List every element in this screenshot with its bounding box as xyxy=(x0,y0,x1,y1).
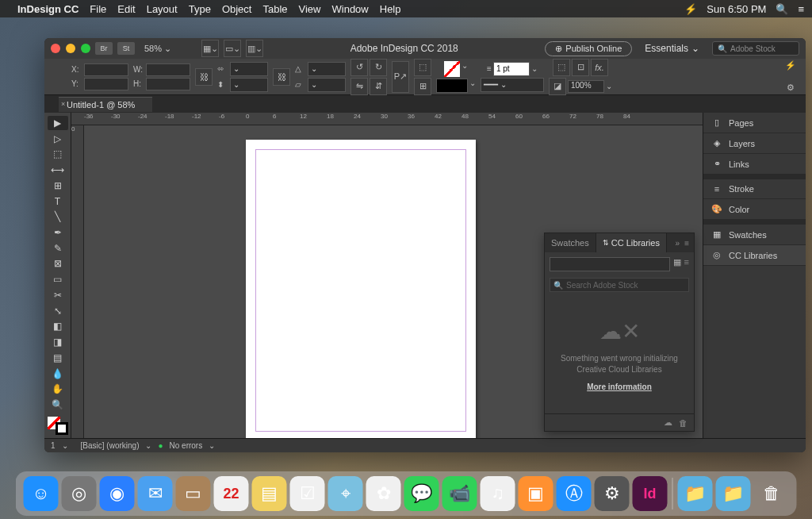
selection-tool[interactable]: ▶ xyxy=(48,116,68,130)
dock-ibooks[interactable]: ▣ xyxy=(519,476,553,511)
dock-folder1[interactable]: 📁 xyxy=(678,476,713,511)
gap-tool[interactable]: ⟷ xyxy=(48,163,68,177)
stock-button[interactable]: St xyxy=(117,42,135,55)
free-transform-tool[interactable]: ⤡ xyxy=(48,304,68,318)
fill-swatch[interactable] xyxy=(444,61,460,77)
reference-point-grid[interactable] xyxy=(51,69,67,85)
panel-menu-icon[interactable]: ≡ xyxy=(684,239,689,248)
dock-safari[interactable]: ◉ xyxy=(100,476,135,511)
stroke-weight-dropdown[interactable]: 1 pt xyxy=(493,62,530,76)
x-input[interactable] xyxy=(84,63,128,76)
panel-cclibraries[interactable]: ◎CC Libraries xyxy=(703,245,806,266)
scale-y-dropdown[interactable]: ⌄ xyxy=(230,78,268,92)
rotate-ccw-icon[interactable]: ↺ xyxy=(350,59,368,76)
horizontal-ruler[interactable]: -36-30-24-18-12-606121824303642485460667… xyxy=(71,113,703,125)
link-scale-icon[interactable]: ⛓ xyxy=(273,68,290,86)
gradient-feather-tool[interactable]: ◨ xyxy=(48,335,68,349)
add-to-library-icon[interactable]: ☁ xyxy=(664,417,672,428)
minimize-button[interactable] xyxy=(66,44,75,53)
view-options-icon[interactable]: ▦⌄ xyxy=(201,40,219,57)
bridge-button[interactable]: Br xyxy=(95,42,113,55)
line-tool[interactable]: ╲ xyxy=(48,210,68,224)
rotate-cw-icon[interactable]: ↻ xyxy=(370,59,387,76)
list-view-icon[interactable]: ≡ xyxy=(684,257,689,275)
adobe-stock-search[interactable]: 🔍 Adobe Stock xyxy=(712,41,799,56)
para-style[interactable]: [Basic] (working) xyxy=(81,441,140,450)
note-tool[interactable]: ▤ xyxy=(48,351,68,365)
rotate-dropdown[interactable]: ⌄ xyxy=(308,62,346,76)
dock-launchpad[interactable]: ◎ xyxy=(62,476,97,511)
more-information-link[interactable]: More information xyxy=(557,382,681,393)
dock-reminders[interactable]: ☑ xyxy=(290,476,325,511)
dock-facetime[interactable]: 📹 xyxy=(442,476,477,511)
flip-v-icon[interactable]: ⇵ xyxy=(370,78,387,95)
style-dropdown-icon[interactable]: ⌄ xyxy=(145,441,151,450)
preflight-dropdown-icon[interactable]: ⌄ xyxy=(209,441,215,450)
delete-icon[interactable]: 🗑 xyxy=(679,418,688,428)
tab-cclibraries[interactable]: ⇅ CC Libraries xyxy=(596,233,667,252)
publish-online-button[interactable]: ⊕Publish Online xyxy=(545,41,632,56)
tab-swatches[interactable]: Swatches xyxy=(545,233,596,252)
dock-folder2[interactable]: 📁 xyxy=(716,476,751,511)
panel-layers[interactable]: ◈Layers xyxy=(703,133,806,154)
preflight-status[interactable]: No errors xyxy=(170,441,203,450)
h-input[interactable] xyxy=(146,78,190,90)
dock-itunes[interactable]: ♫ xyxy=(481,476,515,511)
balance-icon[interactable]: ⊡ xyxy=(572,59,589,76)
dock-appstore[interactable]: Ⓐ xyxy=(557,476,592,511)
zoom-dropdown[interactable]: 58% ⌄ xyxy=(140,43,176,55)
page-tool[interactable]: ⬚ xyxy=(48,147,68,161)
control-menu-icon[interactable]: ⚙ xyxy=(782,79,799,97)
dock-photos[interactable]: ✿ xyxy=(366,476,401,511)
close-tab-icon[interactable]: × xyxy=(61,100,65,108)
content-collector-tool[interactable]: ⊞ xyxy=(48,179,68,193)
panel-stroke[interactable]: ≡Stroke xyxy=(703,179,806,199)
pencil-tool[interactable]: ✎ xyxy=(48,241,68,256)
drop-shadow-icon[interactable]: ◪ xyxy=(549,78,566,95)
dock-calendar[interactable]: 22 xyxy=(214,476,249,511)
select-container-icon[interactable]: ⬚ xyxy=(414,59,431,76)
fill-stroke-proxy[interactable] xyxy=(48,417,68,435)
scale-x-dropdown[interactable]: ⌄ xyxy=(230,62,268,76)
arrange-icon[interactable]: ▥⌄ xyxy=(246,40,263,57)
zoom-tool[interactable]: 🔍 xyxy=(48,398,68,412)
transform-point-icon[interactable]: P↗ xyxy=(392,61,409,93)
dock-trash[interactable]: 🗑 xyxy=(754,476,789,511)
dock-messages[interactable]: 💬 xyxy=(404,476,439,511)
panel-swatches[interactable]: ▦Swatches xyxy=(703,225,806,245)
workspace-switcher[interactable]: Essentials⌄ xyxy=(645,43,699,54)
dock-finder[interactable]: ☺ xyxy=(24,476,59,511)
library-search[interactable]: 🔍 Search Adobe Stock xyxy=(550,278,689,292)
page-number[interactable]: 1 xyxy=(51,441,56,450)
constrain-icon[interactable]: ⛓ xyxy=(195,68,213,86)
pen-tool[interactable]: ✒ xyxy=(48,225,68,240)
screen-mode-icon[interactable]: ▭⌄ xyxy=(224,40,241,57)
eyedropper-tool[interactable]: 💧 xyxy=(48,367,68,381)
panel-pages[interactable]: ▯Pages xyxy=(703,113,806,133)
document-tab[interactable]: ×Untitled-1 @ 58% xyxy=(59,97,152,112)
corner-options-icon[interactable]: ⬚ xyxy=(553,59,570,76)
stroke-style-dropdown[interactable]: ━━━ ⌄ xyxy=(481,78,544,92)
page-nav-dropdown[interactable]: ⌄ xyxy=(62,441,68,450)
panel-color[interactable]: 🎨Color xyxy=(703,199,806,220)
dock-maps[interactable]: ⌖ xyxy=(328,476,363,511)
grid-view-icon[interactable]: ▦ xyxy=(673,257,681,275)
document-page[interactable] xyxy=(246,140,476,438)
rectangle-frame-tool[interactable]: ⊠ xyxy=(48,257,68,271)
opacity-field[interactable]: 100% xyxy=(568,80,604,93)
dock-preferences[interactable]: ⚙ xyxy=(595,476,630,511)
panel-links[interactable]: ⚭Links xyxy=(703,154,806,175)
dock-contacts[interactable]: ▭ xyxy=(176,476,211,511)
library-select[interactable] xyxy=(550,257,670,271)
type-tool[interactable]: T xyxy=(48,194,68,209)
flip-h-icon[interactable]: ⇋ xyxy=(350,78,368,95)
shear-dropdown[interactable]: ⌄ xyxy=(308,78,346,92)
maximize-button[interactable] xyxy=(81,44,90,53)
gradient-swatch-tool[interactable]: ◧ xyxy=(48,320,68,334)
dock-notes[interactable]: ▤ xyxy=(252,476,287,511)
direct-selection-tool[interactable]: ▷ xyxy=(48,132,68,146)
collapse-icon[interactable]: » xyxy=(676,239,680,248)
rectangle-tool[interactable]: ▭ xyxy=(48,272,68,286)
w-input[interactable] xyxy=(146,63,190,76)
hand-tool[interactable]: ✋ xyxy=(48,382,68,396)
